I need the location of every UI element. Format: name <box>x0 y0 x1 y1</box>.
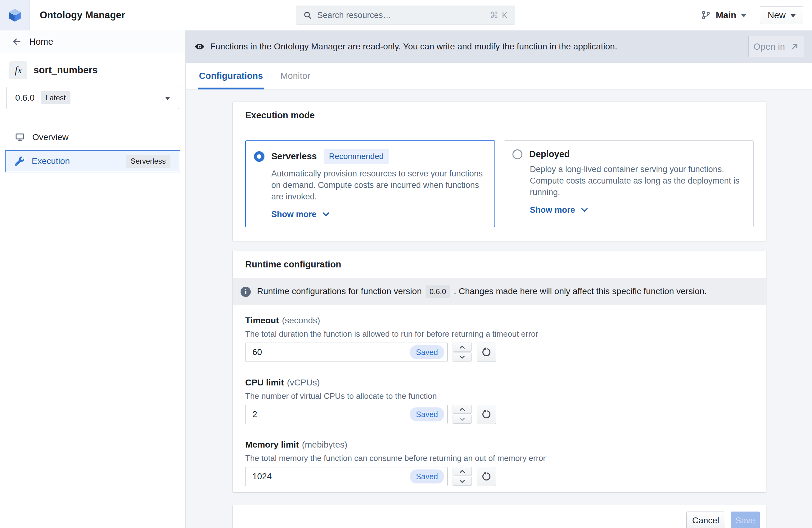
app-logo[interactable] <box>0 0 30 30</box>
banner-message: Functions in the Ontology Manager are re… <box>210 42 618 52</box>
execution-mode-options: Serverless Recommended Automatically pro… <box>233 129 766 241</box>
arrow-left-icon <box>12 37 22 46</box>
chevron-down-icon <box>581 207 588 213</box>
sidebar: Home fx sort_numbers 0.6.0 Latest Overvi… <box>0 30 186 528</box>
version-selector[interactable]: 0.6.0 Latest <box>6 87 179 109</box>
cpu-stepper <box>452 405 472 424</box>
field-label: CPU limit(vCPUs) <box>245 378 754 388</box>
sidebar-item-overview[interactable]: Overview <box>5 127 180 147</box>
serverless-badge: Serverless <box>126 155 170 168</box>
reset-button[interactable] <box>477 467 496 486</box>
option-description: Automatically provision resources to ser… <box>271 168 487 202</box>
branch-selector[interactable]: Main <box>701 10 746 20</box>
readonly-banner: Functions in the Ontology Manager are re… <box>186 30 812 63</box>
execution-mode-title: Execution mode <box>233 102 766 129</box>
version-info-banner: i Runtime configurations for function ve… <box>233 278 766 305</box>
cpu-limit-field: CPU limit(vCPUs) The number of virtual C… <box>233 367 766 429</box>
page-title: Ontology Manager <box>40 0 125 30</box>
eye-icon <box>194 42 205 52</box>
reset-button[interactable] <box>477 405 496 424</box>
tab-configurations[interactable]: Configurations <box>198 63 263 89</box>
chevron-down-icon <box>322 212 330 217</box>
runtime-configuration-card: Runtime configuration i Runtime configur… <box>232 251 766 493</box>
info-icon: i <box>241 287 251 297</box>
branch-name: Main <box>716 10 736 20</box>
content-area: Execution mode Serverless Recommended Au… <box>186 89 812 528</box>
home-label: Home <box>29 37 53 47</box>
option-deployed[interactable]: Deployed Deploy a long-lived container s… <box>504 140 754 227</box>
footer-actions: Cancel Save <box>232 505 766 528</box>
sidebar-item-label: Execution <box>32 156 70 166</box>
tab-bar: Configurations Monitor <box>186 63 812 89</box>
function-icon: fx <box>9 61 27 79</box>
runtime-configuration-title: Runtime configuration <box>233 251 766 278</box>
execution-mode-card: Execution mode Serverless Recommended Au… <box>232 102 766 241</box>
search-bar[interactable]: ⌘ K <box>296 5 515 25</box>
field-description: The number of virtual CPUs to allocate t… <box>245 391 754 401</box>
cube-icon <box>7 8 23 23</box>
search-input[interactable] <box>317 11 485 20</box>
sidebar-nav: Overview Execution Serverless <box>0 127 185 172</box>
back-home-button[interactable]: Home <box>0 30 185 53</box>
sidebar-item-execution[interactable]: Execution Serverless <box>5 150 180 172</box>
decrement-button[interactable] <box>452 415 472 424</box>
cancel-button[interactable]: Cancel <box>686 512 725 528</box>
chevron-down-icon <box>165 97 170 100</box>
timeout-stepper <box>452 343 472 361</box>
decrement-button[interactable] <box>452 477 472 486</box>
chevron-down-icon <box>741 14 746 17</box>
field-label: Memory limit(mebibytes) <box>245 440 754 450</box>
field-description: The total memory the function can consum… <box>245 454 754 463</box>
show-more-link[interactable]: Show more <box>271 208 487 220</box>
increment-button[interactable] <box>452 405 472 414</box>
search-shortcut: ⌘ K <box>490 10 508 20</box>
git-branch-icon <box>701 10 711 20</box>
latest-badge: Latest <box>41 91 70 104</box>
search-icon <box>303 11 312 20</box>
timeout-field: Timeout(seconds) The total duration the … <box>233 305 766 367</box>
saved-badge: Saved <box>410 470 444 484</box>
save-button[interactable]: Save <box>731 512 760 528</box>
new-button[interactable]: New <box>760 6 803 24</box>
decrement-button[interactable] <box>452 353 472 361</box>
memory-limit-field: Memory limit(mebibytes) The total memory… <box>233 429 766 492</box>
reset-button[interactable] <box>477 343 496 362</box>
increment-button[interactable] <box>452 467 472 476</box>
option-serverless[interactable]: Serverless Recommended Automatically pro… <box>245 140 495 227</box>
sidebar-item-label: Overview <box>32 132 69 142</box>
version-number: 0.6.0 <box>15 93 34 103</box>
version-code-badge: 0.6.0 <box>425 285 450 298</box>
memory-stepper <box>452 467 472 486</box>
saved-badge: Saved <box>410 345 444 359</box>
function-name: sort_numbers <box>33 65 98 76</box>
open-in-button[interactable]: Open in <box>748 36 804 57</box>
option-name: Serverless <box>271 151 317 161</box>
option-description: Deploy a long-lived container serving yo… <box>530 164 745 198</box>
topbar: Ontology Manager ⌘ K Main Ne <box>0 0 812 30</box>
field-description: The total duration the function is allow… <box>245 329 754 339</box>
recommended-badge: Recommended <box>324 149 389 164</box>
info-message: Runtime configurations for function vers… <box>257 285 707 298</box>
radio-selected-icon[interactable] <box>254 151 264 162</box>
monitor-icon <box>15 132 25 142</box>
increment-button[interactable] <box>452 343 472 352</box>
tab-monitor[interactable]: Monitor <box>280 63 311 89</box>
option-name: Deployed <box>529 149 570 159</box>
function-header: fx sort_numbers <box>9 61 185 79</box>
chevron-down-icon <box>791 14 796 17</box>
wrench-icon <box>15 157 24 166</box>
field-label: Timeout(seconds) <box>245 316 754 326</box>
radio-unselected-icon[interactable] <box>512 149 522 159</box>
topbar-actions: Main New <box>701 0 803 30</box>
main-panel: Functions in the Ontology Manager are re… <box>186 30 812 528</box>
arrow-up-right-icon <box>790 42 799 51</box>
show-more-link[interactable]: Show more <box>530 204 745 216</box>
saved-badge: Saved <box>410 408 444 422</box>
